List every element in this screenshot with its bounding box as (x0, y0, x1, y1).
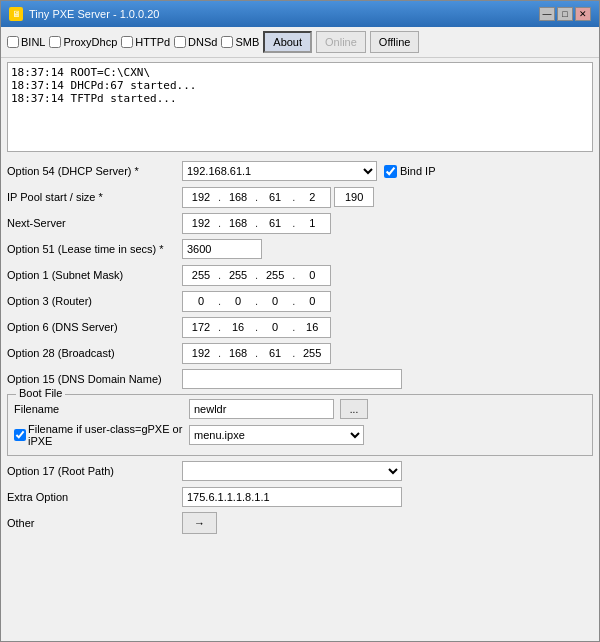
option6-o3[interactable] (260, 319, 290, 336)
option54-row: Option 54 (DHCP Server) * 192.168.61.1 B… (7, 160, 593, 182)
filename-if-text: Filename if user-class=gPXE or iPXE (28, 423, 189, 447)
dnsd-label: DNSd (188, 36, 217, 48)
extra-option-input[interactable] (182, 487, 402, 507)
option1-controls: . . . (182, 265, 331, 286)
bind-ip-checkbox[interactable] (384, 165, 397, 178)
option1-row: Option 1 (Subnet Mask) . . . (7, 264, 593, 286)
option1-o3[interactable] (260, 267, 290, 284)
close-button[interactable]: ✕ (575, 7, 591, 21)
smb-label: SMB (235, 36, 259, 48)
option1-o2[interactable] (223, 267, 253, 284)
next-ip-o2[interactable] (223, 215, 253, 232)
next-server-row: Next-Server . . . (7, 212, 593, 234)
bind-ip-label: Bind IP (400, 165, 435, 177)
httpd-checkbox[interactable] (121, 36, 133, 48)
filename-input[interactable] (189, 399, 334, 419)
offline-button[interactable]: Offline (370, 31, 420, 53)
main-window: 🖥 Tiny PXE Server - 1.0.0.20 — □ ✕ BINL … (0, 0, 600, 642)
option15-row: Option 15 (DNS Domain Name) (7, 368, 593, 390)
option28-o1[interactable] (186, 345, 216, 362)
proxydhcp-label: ProxyDhcp (63, 36, 117, 48)
window-title: Tiny PXE Server - 1.0.0.20 (29, 8, 159, 20)
dnsd-checkbox[interactable] (174, 36, 186, 48)
option1-label: Option 1 (Subnet Mask) (7, 269, 182, 281)
pool-ip-group: . . . (182, 187, 331, 208)
log-line-2: 18:37:14 DHCPd:67 started... (11, 79, 589, 92)
other-label: Other (7, 517, 182, 529)
browse-button[interactable]: ... (340, 399, 368, 419)
filename-if-checkbox[interactable] (14, 429, 26, 441)
option3-o1[interactable] (186, 293, 216, 310)
binl-checkbox-label[interactable]: BINL (7, 36, 45, 48)
filename-if-label: Filename if user-class=gPXE or iPXE (14, 423, 189, 447)
other-row: Other → (7, 512, 593, 534)
next-ip-o3[interactable] (260, 215, 290, 232)
toolbar: BINL ProxyDhcp HTTPd DNSd SMB About Onli… (1, 27, 599, 58)
next-server-label: Next-Server (7, 217, 182, 229)
filename-controls: ... (189, 399, 368, 419)
pool-ip-o4[interactable] (297, 189, 327, 206)
option1-o1[interactable] (186, 267, 216, 284)
httpd-checkbox-label[interactable]: HTTPd (121, 36, 170, 48)
smb-checkbox-label[interactable]: SMB (221, 36, 259, 48)
about-button[interactable]: About (263, 31, 312, 53)
title-controls: — □ ✕ (539, 7, 591, 21)
proxydhcp-checkbox-label[interactable]: ProxyDhcp (49, 36, 117, 48)
option28-controls: . . . (182, 343, 331, 364)
option3-label: Option 3 (Router) (7, 295, 182, 307)
binl-checkbox[interactable] (7, 36, 19, 48)
option3-controls: . . . (182, 291, 331, 312)
option51-label: Option 51 (Lease time in secs) * (7, 243, 182, 255)
filename-if-select[interactable]: menu.ipxe (189, 425, 364, 445)
option17-select[interactable] (182, 461, 402, 481)
pool-ip-o2[interactable] (223, 189, 253, 206)
option6-label: Option 6 (DNS Server) (7, 321, 182, 333)
log-line-3: 18:37:14 TFTPd started... (11, 92, 589, 105)
option51-input[interactable] (182, 239, 262, 259)
option28-o2[interactable] (223, 345, 253, 362)
other-arrow-button[interactable]: → (182, 512, 217, 534)
option1-ip-group: . . . (182, 265, 331, 286)
pool-size-input[interactable] (334, 187, 374, 207)
option51-controls (182, 239, 262, 259)
option54-select[interactable]: 192.168.61.1 (182, 161, 377, 181)
filename-label: Filename (14, 403, 189, 415)
option3-o2[interactable] (223, 293, 253, 310)
log-line-1: 18:37:14 ROOT=C:\CXN\ (11, 66, 589, 79)
filename-if-row: Filename if user-class=gPXE or iPXE menu… (14, 423, 586, 447)
proxydhcp-checkbox[interactable] (49, 36, 61, 48)
maximize-button[interactable]: □ (557, 7, 573, 21)
pool-ip-o1[interactable] (186, 189, 216, 206)
option6-o1[interactable] (186, 319, 216, 336)
filename-if-checkbox-label[interactable]: Filename if user-class=gPXE or iPXE (14, 423, 189, 447)
option17-label: Option 17 (Root Path) (7, 465, 182, 477)
filename-row: Filename ... (14, 399, 586, 419)
dnsd-checkbox-label[interactable]: DNSd (174, 36, 217, 48)
option15-label: Option 15 (DNS Domain Name) (7, 373, 182, 385)
option15-input[interactable] (182, 369, 402, 389)
option54-controls: 192.168.61.1 Bind IP (182, 161, 435, 181)
smb-checkbox[interactable] (221, 36, 233, 48)
filename-if-controls: menu.ipxe (189, 425, 364, 445)
extra-option-controls (182, 487, 402, 507)
next-server-controls: . . . (182, 213, 331, 234)
pool-ip-o3[interactable] (260, 189, 290, 206)
bootfile-legend: Boot File (16, 387, 65, 399)
next-ip-o4[interactable] (297, 215, 327, 232)
pool-controls: . . . (182, 187, 374, 208)
next-ip-group: . . . (182, 213, 331, 234)
bind-ip-group: Bind IP (384, 165, 435, 178)
option28-o3[interactable] (260, 345, 290, 362)
option1-o4[interactable] (297, 267, 327, 284)
minimize-button[interactable]: — (539, 7, 555, 21)
option3-o3[interactable] (260, 293, 290, 310)
option6-row: Option 6 (DNS Server) . . . (7, 316, 593, 338)
option3-o4[interactable] (297, 293, 327, 310)
option6-o2[interactable] (223, 319, 253, 336)
next-ip-o1[interactable] (186, 215, 216, 232)
option28-o4[interactable] (297, 345, 327, 362)
option6-o4[interactable] (297, 319, 327, 336)
option6-controls: . . . (182, 317, 331, 338)
pool-row: IP Pool start / size * . . . (7, 186, 593, 208)
online-button[interactable]: Online (316, 31, 366, 53)
